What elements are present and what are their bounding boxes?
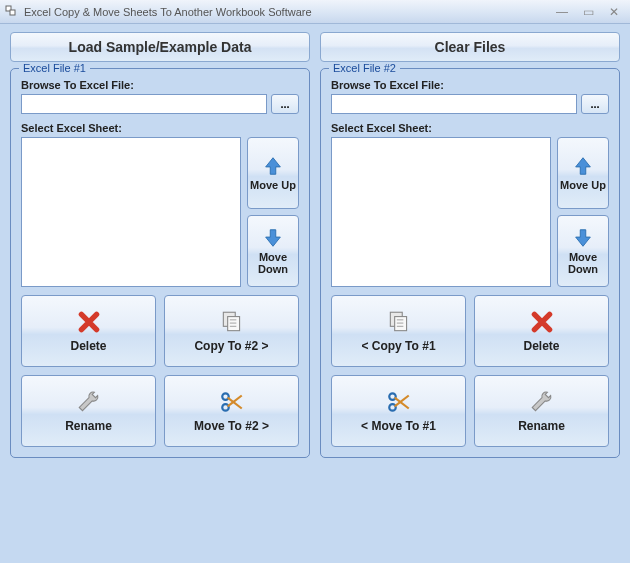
titlebar: Excel Copy & Move Sheets To Another Work… xyxy=(0,0,630,24)
browse-label-1: Browse To Excel File: xyxy=(21,79,299,91)
browse-label-2: Browse To Excel File: xyxy=(331,79,609,91)
arrow-up-icon xyxy=(262,155,284,177)
delete-icon xyxy=(529,309,555,335)
move-down-label: Move Down xyxy=(250,251,296,275)
arrow-down-icon xyxy=(572,227,594,249)
sheet-listbox-2[interactable] xyxy=(331,137,551,287)
scissors-icon xyxy=(219,389,245,415)
copy-to-2-button[interactable]: Copy To #2 > xyxy=(164,295,299,367)
browse-input-1[interactable] xyxy=(21,94,267,114)
move-to-1-label: < Move To #1 xyxy=(361,419,436,433)
load-sample-button[interactable]: Load Sample/Example Data xyxy=(10,32,310,62)
delete-button-1[interactable]: Delete xyxy=(21,295,156,367)
sheet-area-1: Move Up Move Down xyxy=(21,137,299,287)
panels-row: Excel File #1 Browse To Excel File: ... … xyxy=(10,68,620,458)
window-title: Excel Copy & Move Sheets To Another Work… xyxy=(24,6,550,18)
copy-icon xyxy=(219,309,245,335)
panel-2-legend: Excel File #2 xyxy=(329,62,400,74)
excel-file-2-panel: Excel File #2 Browse To Excel File: ... … xyxy=(320,68,620,458)
move-down-button-1[interactable]: Move Down xyxy=(247,215,299,287)
move-down-label: Move Down xyxy=(560,251,606,275)
rename-label: Rename xyxy=(65,419,112,433)
browse-button-1[interactable]: ... xyxy=(271,94,299,114)
browse-input-2[interactable] xyxy=(331,94,577,114)
move-buttons-1: Move Up Move Down xyxy=(247,137,299,287)
move-up-button-2[interactable]: Move Up xyxy=(557,137,609,209)
move-buttons-2: Move Up Move Down xyxy=(557,137,609,287)
copy-to-2-label: Copy To #2 > xyxy=(194,339,268,353)
wrench-icon xyxy=(529,389,555,415)
delete-label: Delete xyxy=(523,339,559,353)
copy-to-1-label: < Copy To #1 xyxy=(361,339,435,353)
sheet-label-2: Select Excel Sheet: xyxy=(331,122,609,134)
move-down-button-2[interactable]: Move Down xyxy=(557,215,609,287)
sheet-label-1: Select Excel Sheet: xyxy=(21,122,299,134)
close-button[interactable]: ✕ xyxy=(602,4,626,20)
arrow-up-icon xyxy=(572,155,594,177)
minimize-button[interactable]: — xyxy=(550,4,574,20)
top-button-row: Load Sample/Example Data Clear Files xyxy=(10,32,620,62)
app-icon xyxy=(4,4,20,20)
delete-icon xyxy=(76,309,102,335)
clear-files-button[interactable]: Clear Files xyxy=(320,32,620,62)
delete-label: Delete xyxy=(70,339,106,353)
delete-button-2[interactable]: Delete xyxy=(474,295,609,367)
move-up-label: Move Up xyxy=(560,179,606,191)
sheet-area-2: Move Up Move Down xyxy=(331,137,609,287)
browse-row-2: ... xyxy=(331,94,609,114)
move-up-label: Move Up xyxy=(250,179,296,191)
panel-1-legend: Excel File #1 xyxy=(19,62,90,74)
browse-button-2[interactable]: ... xyxy=(581,94,609,114)
move-up-button-1[interactable]: Move Up xyxy=(247,137,299,209)
move-to-2-button[interactable]: Move To #2 > xyxy=(164,375,299,447)
action-grid-2: < Copy To #1 Delete < Move To #1 Rename xyxy=(331,295,609,447)
arrow-down-icon xyxy=(262,227,284,249)
excel-file-1-panel: Excel File #1 Browse To Excel File: ... … xyxy=(10,68,310,458)
rename-button-1[interactable]: Rename xyxy=(21,375,156,447)
browse-row-1: ... xyxy=(21,94,299,114)
maximize-button[interactable]: ▭ xyxy=(576,4,600,20)
copy-icon xyxy=(386,309,412,335)
move-to-1-button[interactable]: < Move To #1 xyxy=(331,375,466,447)
rename-button-2[interactable]: Rename xyxy=(474,375,609,447)
copy-to-1-button[interactable]: < Copy To #1 xyxy=(331,295,466,367)
rename-label: Rename xyxy=(518,419,565,433)
sheet-listbox-1[interactable] xyxy=(21,137,241,287)
window-controls: — ▭ ✕ xyxy=(550,4,626,20)
main-content: Load Sample/Example Data Clear Files Exc… xyxy=(0,24,630,466)
scissors-icon xyxy=(386,389,412,415)
wrench-icon xyxy=(76,389,102,415)
svg-rect-1 xyxy=(10,10,15,15)
move-to-2-label: Move To #2 > xyxy=(194,419,269,433)
action-grid-1: Delete Copy To #2 > Rename Move To #2 > xyxy=(21,295,299,447)
